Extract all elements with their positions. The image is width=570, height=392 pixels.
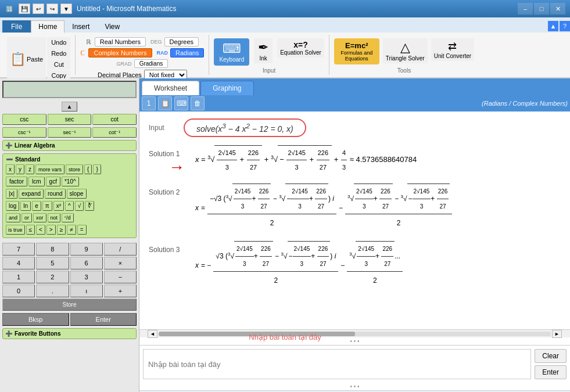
help-arrow-btn[interactable]: ▲ [548,21,558,31]
formulas-button[interactable]: E=mc² Formulas and Equations [334,38,379,64]
ws-delete-btn[interactable]: 🗑 [191,96,205,110]
calc-abs[interactable]: |x| [6,189,17,199]
calc-5[interactable]: 5 [36,257,69,269]
tab-view[interactable]: View [97,20,127,33]
calc-lt[interactable]: < [36,225,45,235]
h-scrollbar[interactable]: ◄ ► [139,329,570,337]
gradians-btn[interactable]: Gradians [134,59,169,68]
cut-button[interactable]: Cut [47,59,70,70]
calc-csc-inv[interactable]: csc⁻¹ [2,127,46,138]
calc-sec[interactable]: sec [48,114,92,125]
calc-store[interactable]: store [66,164,83,174]
calc-plus[interactable]: + [104,285,137,297]
calc-y[interactable]: y [16,164,24,174]
calc-cbrt[interactable]: ∛ [85,201,94,211]
calc-rbrace[interactable]: } [93,164,101,174]
calc-round[interactable]: round [45,189,66,199]
favorite-header[interactable]: ➕ Favorite Buttons [4,330,135,337]
calc-cot[interactable]: cot [92,114,137,125]
calc-gcf[interactable]: gcf [46,177,60,186]
calc-3[interactable]: 3 [70,271,103,283]
calc-enter[interactable]: Enter [70,313,137,326]
help-btn[interactable]: ? [560,21,570,31]
calc-gte[interactable]: ≥ [57,225,66,235]
save-quick-btn[interactable]: 💾 [19,3,30,14]
paste-button[interactable]: 📋 Paste [7,37,46,81]
calc-x[interactable]: x [6,164,15,174]
complex-numbers-btn[interactable]: Complex Numbers [88,48,152,57]
calc-minus[interactable]: − [104,271,137,283]
calc-pi[interactable]: π [42,201,52,211]
calc-slope[interactable]: slope [67,189,87,199]
clear-button[interactable]: Clear [535,349,567,363]
calc-or[interactable]: or [21,213,32,222]
calc-2[interactable]: 2 [36,271,69,283]
tab-insert[interactable]: Insert [64,20,97,33]
calc-factor[interactable]: factor [6,177,27,186]
triangle-button[interactable]: △ Triangle Solver [383,38,428,63]
calc-iota[interactable]: ι [70,285,103,297]
calc-6[interactable]: 6 [70,257,103,269]
calc-store-btn[interactable]: Store [2,299,137,311]
calc-csc[interactable]: csc [2,114,46,125]
ink-button[interactable]: ✒ Ink [254,38,273,63]
calc-div[interactable]: / [104,243,137,256]
calc-7[interactable]: 7 [2,243,35,256]
calc-z[interactable]: z [26,164,34,174]
calc-cot-inv[interactable]: cot⁻¹ [92,127,137,138]
calc-sec-inv[interactable]: sec⁻¹ [48,127,92,138]
calc-xsq[interactable]: x² [53,201,64,211]
ws-copy-btn[interactable]: 📋 [158,96,172,110]
calc-neq[interactable]: ≠ [67,225,76,235]
calc-0[interactable]: 0 [2,285,35,297]
scroll-right-btn[interactable]: ► [552,330,562,338]
close-btn[interactable]: ✕ [550,3,565,15]
calc-bksp[interactable]: Bksp [2,313,69,326]
calc-frac[interactable]: ᶜ/d [62,213,74,222]
degrees-btn[interactable]: Degrees [164,37,199,46]
maximize-btn[interactable]: □ [534,3,549,15]
calc-log[interactable]: log [6,201,19,211]
calc-lbrace[interactable]: { [84,164,92,174]
calc-eq[interactable]: = [77,225,87,235]
tab-home[interactable]: Home [31,20,64,33]
linear-algebra-header[interactable]: ➕ Linear Algebra [4,142,135,149]
calc-istrue[interactable]: is true [6,225,25,235]
calc-mul[interactable]: × [104,257,137,269]
math-input-field[interactable] [143,349,531,379]
calc-1[interactable]: 1 [2,271,35,283]
calc-and[interactable]: and [6,213,20,222]
undo-button[interactable]: Undo [47,37,70,48]
calc-8[interactable]: 8 [36,243,69,256]
undo-quick-btn[interactable]: ↩ [33,3,44,14]
ws-page-btn[interactable]: 1 [142,96,156,110]
tab-worksheet[interactable]: Worksheet [142,81,199,95]
unit-button[interactable]: ⇄ Unit Converter [431,38,474,61]
calc-expand[interactable]: expand [19,189,44,199]
calc-dot[interactable]: . [36,285,69,297]
equation-solver-button[interactable]: x=? Equation Solver [277,38,324,57]
calc-gt[interactable]: > [46,225,56,235]
real-numbers-btn[interactable]: Real Numbers [95,37,146,46]
calc-pow[interactable]: ^ [65,201,74,211]
redo-button[interactable]: Redo [47,48,70,59]
calc-4[interactable]: 4 [2,257,35,269]
scroll-left-btn[interactable]: ◄ [148,330,157,338]
enter-button[interactable]: Enter [535,365,567,379]
tab-graphing[interactable]: Graphing [200,81,253,95]
calc-e[interactable]: e [32,201,41,211]
calc-lcm[interactable]: lcm [28,177,45,186]
tab-file[interactable]: File [2,20,31,33]
calc-ln[interactable]: ln [20,201,31,211]
radians-btn[interactable]: Radians [170,48,204,57]
ws-keyboard-btn[interactable]: ⌨ [174,96,188,110]
redo-quick-btn[interactable]: ↪ [46,3,58,14]
calc-morevars[interactable]: more vars [35,164,64,174]
calc-xor[interactable]: xor [33,213,46,222]
calc-nav-up[interactable]: ▲ [62,102,78,112]
calc-lte[interactable]: ≤ [26,225,35,235]
customize-quick-btn[interactable]: ▼ [60,3,72,14]
calc-10pow[interactable]: *10^ [62,177,79,186]
standard-header[interactable]: ➖ Standard [5,156,134,163]
keyboard-button[interactable]: ⌨ Keyboard [214,38,249,66]
